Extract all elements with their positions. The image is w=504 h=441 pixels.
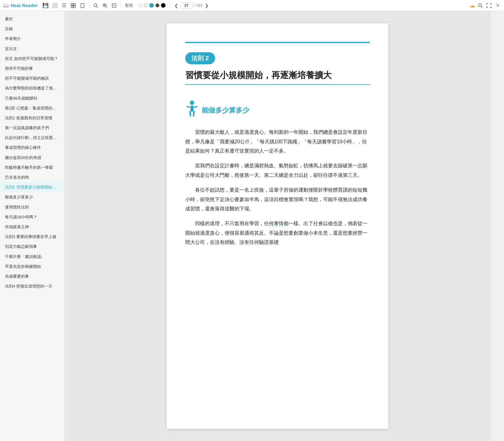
sidebar-item-toc-11[interactable]: 第一次認真讀書的孩子們 <box>0 123 64 133</box>
sidebar: 書封 目錄 作者簡介 宣示文 前言 如何把不可能變成可能？ 那些不可能的事 把不… <box>0 11 65 441</box>
sidebar-item-toc-1[interactable]: 目錄 <box>0 24 64 34</box>
menu-icon[interactable]: ☰ <box>61 2 67 9</box>
main-layout: 書封 目錄 作者簡介 宣示文 前言 如何把不可能變成可能？ 那些不可能的事 把不… <box>0 11 504 441</box>
svg-rect-2 <box>71 6 73 8</box>
color-dot-cream[interactable] <box>144 3 148 7</box>
chapter-badge: 法則 2 <box>185 52 215 64</box>
svg-rect-16 <box>190 105 194 112</box>
sidebar-item-toc-17[interactable]: 法則2 習慣要從小規模開始，再逐漸培... <box>0 182 64 192</box>
chapter-rule-top <box>185 42 370 43</box>
sidebar-item-toc-8[interactable]: 只要66天就能辦到 <box>0 93 64 103</box>
zoom-icon[interactable] <box>102 2 108 9</box>
svg-line-10 <box>106 6 107 8</box>
svg-rect-1 <box>74 3 75 5</box>
sidebar-item-toc-19[interactable]: 運用慣性法則 <box>0 202 64 212</box>
search-icon[interactable] <box>92 2 99 9</box>
svg-line-6 <box>97 6 98 8</box>
section-title: 能做多少算多少 <box>202 106 249 115</box>
search-right-icon[interactable] <box>477 2 484 9</box>
fullscreen-icon[interactable] <box>486 2 492 9</box>
app-icon: 📖 <box>3 3 9 8</box>
svg-line-14 <box>481 6 482 8</box>
svg-point-13 <box>478 4 482 7</box>
color-dot-cyan[interactable] <box>149 3 154 8</box>
page-total: 193 <box>196 3 202 8</box>
page-input[interactable]: 37 <box>181 2 192 9</box>
svg-rect-20 <box>193 111 195 117</box>
sidebar-item-toc-14[interactable]: 總分提高50分的奇蹟 <box>0 153 64 163</box>
figure-icon <box>185 100 199 120</box>
paragraph-2: 當我們在設定計畫時，總是滿腔熱血、氣勢如虹，彷彿馬上就要去踹破第一志願大學或是公… <box>185 161 370 180</box>
sidebar-item-toc-0[interactable]: 書封 <box>0 14 64 24</box>
sidebar-item-toc-25[interactable]: 早晨先從折棉被開始 <box>0 262 64 272</box>
color-dot-dark[interactable] <box>155 3 159 7</box>
color-dot-black[interactable] <box>161 3 166 8</box>
sidebar-item-toc-18[interactable]: 能做多少算多少 <box>0 192 64 202</box>
svg-rect-18 <box>194 106 198 108</box>
sidebar-item-toc-3[interactable]: 宣示文 <box>0 44 64 54</box>
sidebar-item-toc-5[interactable]: 那些不可能的事 <box>0 64 64 74</box>
sidebar-item-toc-27[interactable]: 法則4 把接近達理想的一天 <box>0 281 64 291</box>
sidebar-item-toc-15[interactable]: 吃飯時書不離手的第一學霸 <box>0 163 64 173</box>
sidebar-item-toc-16[interactable]: 巴夫洛夫的狗 <box>0 173 64 182</box>
page-navigation: ❮ 37 / 193 ❯ <box>173 2 210 9</box>
sidebar-item-toc-7[interactable]: 為什麼學類的回答總是了無新意？ <box>0 83 64 93</box>
sidebar-item-toc-4[interactable]: 前言 如何把不可能變成可能？ <box>0 54 64 64</box>
reading-area: 法則 2 習慣要從小規模開始，再逐漸培養擴大 <box>65 11 490 441</box>
separator-1 <box>89 2 89 9</box>
toolbar: 📖 Neat Reader 💾 ⬜ ☰ 配色 ❮ 37 / 193 ❯ ☁ <box>0 0 504 11</box>
paragraph-4: 同樣的道理，不只套用在學習，任何事情都一樣。出了社會以後也是，倘若從一開始就過度… <box>185 219 370 247</box>
sidebar-item-toc-20[interactable]: 每天讀18小時嗎？ <box>0 212 64 222</box>
sidebar-item-toc-12[interactable]: 比起付諸行動，持之以恆更為重要 <box>0 133 64 143</box>
color-label: 配色 <box>125 3 133 8</box>
app-title: Neat Reader <box>11 3 38 8</box>
svg-point-5 <box>94 4 97 7</box>
prev-page-button[interactable]: ❮ <box>173 2 179 9</box>
sidebar-item-toc-22[interactable]: 法則3 重要的事情要在早上做 <box>0 232 64 242</box>
svg-rect-4 <box>81 3 84 8</box>
sidebar-item-toc-13[interactable]: 養成習慣的核心條件 <box>0 143 64 153</box>
grid-icon[interactable] <box>70 2 77 9</box>
page-content: 法則 2 習慣要從小規模開始，再逐漸培養擴大 <box>167 23 388 429</box>
copy-icon[interactable]: ⬜ <box>51 2 58 9</box>
color-dots <box>138 3 166 8</box>
svg-rect-17 <box>186 106 190 108</box>
sidebar-item-toc-26[interactable]: 先做重要的事 <box>0 272 64 281</box>
separator-3 <box>170 2 170 9</box>
svg-rect-3 <box>74 6 75 8</box>
next-page-button[interactable]: ❯ <box>204 2 210 9</box>
fit-icon[interactable] <box>111 2 118 9</box>
cloud-icon[interactable]: ☁ <box>470 2 475 9</box>
sidebar-item-toc-2[interactable]: 作者簡介 <box>0 34 64 44</box>
paragraph-1: 習慣的最大敵人，就是過度貪心。每到新的一年開始，我們總是會設定年度新目標，舉凡像… <box>185 128 370 156</box>
section-header: 能做多少算多少 <box>185 100 370 120</box>
sidebar-item-toc-6[interactable]: 把不可能變成可能的秘訣 <box>0 74 64 83</box>
svg-rect-0 <box>71 3 73 5</box>
page-separator: / <box>194 3 195 8</box>
sidebar-item-toc-21[interactable]: 伏地挺身之神 <box>0 222 64 232</box>
close-icon[interactable]: ✕ <box>494 2 501 9</box>
svg-point-15 <box>190 101 194 105</box>
chapter-title: 習慣要從小規模開始，再逐漸培養擴大 <box>185 69 370 81</box>
chapter-rule-bottom <box>185 84 370 85</box>
color-dot-white[interactable] <box>138 3 142 7</box>
svg-rect-19 <box>189 111 191 117</box>
single-page-icon[interactable] <box>79 2 86 9</box>
save-icon[interactable]: 💾 <box>42 2 49 9</box>
paragraph-3: 各位不妨試想，要是一名上班族，這輩子所做的運動僅限於學校體育課的短短幾小時，卻突… <box>185 185 370 213</box>
right-panel <box>490 11 504 441</box>
sidebar-item-toc-23[interactable]: 別花力氣忍耐瑣事 <box>0 242 64 252</box>
toolbar-right: ☁ ✕ <box>470 2 501 9</box>
sidebar-item-toc-10[interactable]: 法則1 銜接既有的日常習慣 <box>0 113 64 123</box>
sidebar-item-toc-9[interactable]: 第1部 心態篇：養成習慣的五大法則 <box>0 103 64 113</box>
separator-2 <box>121 2 121 9</box>
app-brand: 📖 Neat Reader <box>3 3 38 8</box>
sidebar-item-toc-24[interactable]: 千萬不要「書訓夜誦」 <box>0 252 64 262</box>
